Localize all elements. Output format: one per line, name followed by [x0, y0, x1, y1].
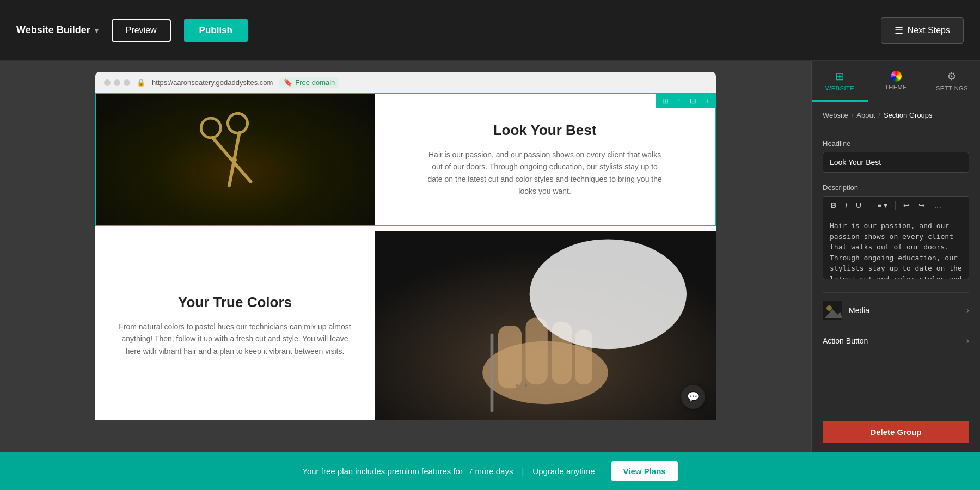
website-canvas: ⊞ ↑ ⊟ + [95, 93, 716, 420]
barber-visual: ✦ ✦ [375, 231, 716, 420]
publish-button[interactable]: Publish [184, 19, 248, 42]
action-button-row[interactable]: Action Button › [823, 328, 969, 353]
topbar: Website Builder ▾ Preview Publish ☰ Next… [0, 0, 980, 61]
media-label: Media [849, 306, 869, 315]
bold-button[interactable]: B [828, 200, 840, 211]
tab-website[interactable]: ⊞ WEBSITE [812, 61, 868, 102]
section1-headline: Look Your Best [493, 122, 597, 139]
view-plans-button[interactable]: View Plans [611, 461, 678, 481]
toolbar-btn-1[interactable]: ⊞ [660, 95, 671, 106]
tab-theme[interactable]: THEME [868, 61, 924, 102]
bottom-bar-sep: | [522, 467, 524, 476]
svg-point-15 [826, 305, 832, 311]
media-chevron-icon: › [966, 305, 969, 315]
browser-chrome: 🔒 https://aaronseatery.godaddysites.com … [95, 72, 716, 93]
breadcrumb-about[interactable]: About [856, 111, 875, 119]
section-image-scissors [96, 94, 375, 225]
dot-yellow [114, 79, 120, 86]
brand-chevron-icon: ▾ [95, 26, 99, 35]
lock-icon: 🔒 [137, 78, 145, 87]
headline-input[interactable] [823, 152, 969, 173]
description-toolbar: B I U ≡ ▾ ↩ ↪ … [823, 196, 969, 214]
section2-headline: Your True Colors [178, 294, 292, 311]
barber-svg: ✦ ✦ [375, 231, 716, 420]
preview-button[interactable]: Preview [112, 19, 171, 42]
svg-rect-11 [491, 333, 494, 412]
svg-rect-7 [498, 326, 522, 388]
more-button[interactable]: … [930, 200, 945, 211]
toolbar-btn-4[interactable]: + [703, 95, 712, 106]
upgrade-text: Upgrade anytime [532, 467, 595, 476]
toolbar-sep-1 [869, 201, 869, 210]
list-button[interactable]: ≡ ▾ [874, 200, 891, 211]
section-look-best: Look Your Best Hair is our passion, and … [95, 93, 716, 226]
svg-text:✦ ✦: ✦ ✦ [514, 381, 529, 390]
section-toolbar: ⊞ ↑ ⊟ + [656, 93, 716, 108]
bottom-bar-text: Your free plan includes premium features… [302, 467, 463, 476]
dot-green [124, 79, 130, 86]
description-label: Description [823, 183, 969, 192]
browser-dots [104, 79, 130, 86]
scissors-visual [96, 94, 375, 225]
theme-icon [891, 71, 902, 82]
main-area: 🔒 https://aaronseatery.godaddysites.com … [0, 61, 980, 452]
svg-point-0 [200, 117, 222, 139]
tab-settings[interactable]: ⚙ SETTINGS [924, 61, 980, 102]
section2-description: From natural colors to pastel hues our t… [117, 321, 353, 357]
brand-label: Website Builder [16, 24, 90, 36]
dot-red [104, 79, 111, 86]
redo-button[interactable]: ↪ [915, 200, 928, 211]
next-steps-icon: ☰ [895, 24, 903, 36]
next-steps-button[interactable]: ☰ Next Steps [881, 17, 964, 44]
breadcrumb-sep-1: / [852, 111, 854, 119]
canvas-area: 🔒 https://aaronseatery.godaddysites.com … [0, 61, 811, 452]
italic-button[interactable]: I [842, 200, 850, 211]
section1-description: Hair is our passion, and our passion sho… [425, 149, 665, 198]
panel-tabs: ⊞ WEBSITE THEME ⚙ SETTINGS [812, 61, 980, 102]
section-true-colors: Your True Colors From natural colors to … [95, 231, 716, 420]
browser-url: https://aaronseatery.godaddysites.com [152, 78, 273, 87]
undo-button[interactable]: ↩ [900, 200, 913, 211]
free-domain-badge[interactable]: 🔖 Free domain [279, 77, 339, 88]
domain-icon: 🔖 [284, 78, 292, 87]
chat-bubble-button[interactable]: 💬 [681, 385, 705, 409]
svg-point-13 [530, 239, 687, 349]
media-row[interactable]: Media › [823, 292, 969, 328]
svg-point-2 [226, 112, 249, 135]
section-image-barber: ✦ ✦ [375, 231, 716, 420]
breadcrumb-website[interactable]: Website [823, 111, 848, 119]
bottom-bar: Your free plan includes premium features… [0, 452, 980, 490]
scissors-icon [200, 108, 271, 211]
right-panel: ⊞ WEBSITE THEME ⚙ SETTINGS Website / Abo… [811, 61, 980, 452]
website-icon: ⊞ [835, 70, 845, 83]
headline-label: Headline [823, 139, 969, 148]
toolbar-btn-3[interactable]: ⊟ [688, 95, 699, 106]
delete-group-button[interactable]: Delete Group [823, 421, 969, 443]
description-textarea[interactable]: Hair is our passion, and our passion sho… [823, 214, 969, 279]
toolbar-sep-2 [895, 201, 896, 210]
breadcrumb: Website / About / Section Groups [812, 102, 980, 128]
brand-button[interactable]: Website Builder ▾ [16, 24, 99, 36]
breadcrumb-sep-2: / [878, 111, 880, 119]
section-text-left: Your True Colors From natural colors to … [95, 231, 375, 420]
media-thumbnail [823, 301, 842, 320]
media-thumb-img [823, 301, 842, 320]
section-text-right: Look Your Best Hair is our passion, and … [375, 94, 715, 225]
breadcrumb-current: Section Groups [884, 111, 933, 119]
underline-button[interactable]: U [853, 200, 865, 211]
action-button-label: Action Button [823, 336, 868, 345]
action-button-chevron-icon: › [966, 336, 969, 346]
settings-icon: ⚙ [947, 70, 957, 83]
toolbar-btn-2[interactable]: ↑ [675, 95, 683, 106]
svg-rect-8 [525, 318, 547, 385]
panel-content: Headline Description B I U ≡ ▾ ↩ ↪ … Hai… [812, 128, 980, 412]
domain-label: Free domain [295, 78, 335, 87]
days-link[interactable]: 7 more days [468, 467, 513, 476]
